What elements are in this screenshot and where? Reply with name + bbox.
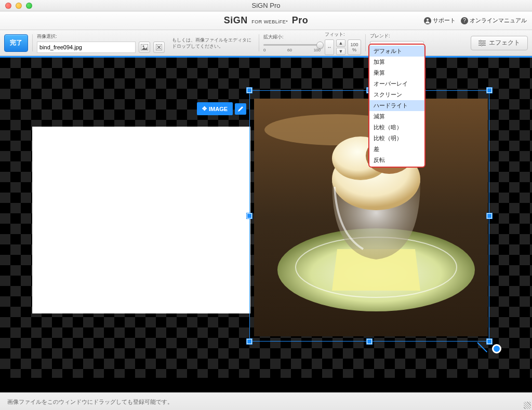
resize-handle-e[interactable]: [487, 213, 492, 218]
pct-num: 100: [350, 42, 358, 47]
footer-message: 画像ファイルをこのウィンドウにドラッグしても登録可能です。: [7, 398, 525, 406]
zoom-mid: 60: [287, 48, 292, 52]
blend-option[interactable]: 比較（暗）: [369, 122, 424, 133]
svg-point-2: [143, 45, 144, 47]
zoom-slider[interactable]: 0 60 100: [263, 42, 321, 52]
fit-up-button[interactable]: ▲: [336, 39, 345, 47]
blend-option[interactable]: 比較（明）: [369, 133, 424, 144]
user-icon: [424, 17, 431, 24]
done-button[interactable]: 完了: [4, 34, 28, 52]
image-select-label: 画像選択:: [37, 33, 165, 40]
svg-point-0: [427, 19, 429, 21]
blend-option[interactable]: 差: [369, 144, 424, 155]
manual-label: オンラインマニュアル: [470, 17, 527, 24]
effect-button[interactable]: エフェクト: [471, 36, 528, 50]
canvas-white-layer[interactable]: [32, 127, 250, 313]
image-edit-button[interactable]: [235, 103, 246, 115]
blend-option[interactable]: 加算: [369, 57, 424, 67]
blend-dropdown-menu: デフォルト加算乗算オーバーレイスクリーンハードライト減算比較（暗）比較（明）差反…: [368, 44, 425, 168]
fit-horizontal-button[interactable]: ↔: [325, 39, 334, 55]
resize-handle-sw[interactable]: [247, 339, 252, 344]
zoom-min: 0: [263, 48, 265, 52]
svg-point-6: [481, 44, 483, 46]
support-link[interactable]: サポート: [424, 17, 456, 24]
zoom-window-icon[interactable]: [26, 3, 32, 9]
blend-option[interactable]: 減算: [369, 111, 424, 122]
blend-option[interactable]: スクリーン: [369, 89, 424, 100]
support-label: サポート: [433, 17, 456, 24]
blend-option[interactable]: ハードライト: [369, 100, 424, 111]
blend-option[interactable]: 反転: [369, 155, 424, 166]
pct-sym: %: [352, 47, 356, 52]
blend-option[interactable]: デフォルト: [369, 46, 424, 57]
zoom-100-button[interactable]: 100 %: [348, 39, 361, 55]
effect-label: エフェクト: [489, 38, 520, 47]
resize-grip-icon[interactable]: [524, 402, 531, 409]
footer: 画像ファイルをこのウィンドウにドラッグしても登録可能です。: [0, 392, 532, 410]
blend-option[interactable]: オーバーレイ: [369, 78, 424, 89]
manual-link[interactable]: ? オンラインマニュアル: [461, 17, 527, 24]
brand-sub: FOR WEBLiFE*: [251, 19, 288, 24]
close-window-icon[interactable]: [5, 3, 11, 9]
zoom-label: 拡大縮小:: [263, 34, 321, 40]
drop-hint-1: もしくは、画像ファイルをエディタに: [172, 37, 251, 43]
clear-image-button[interactable]: [153, 42, 165, 53]
browse-image-button[interactable]: [139, 42, 150, 53]
fit-label: フィット:: [325, 31, 361, 38]
brand-bar: SiGN FOR WEBLiFE* Pro サポート ? オンラインマニュアル: [0, 11, 532, 30]
slider-knob[interactable]: [316, 42, 324, 49]
window-controls: [0, 3, 32, 9]
blend-option[interactable]: 乗算: [369, 67, 424, 78]
sliders-icon: [478, 40, 486, 46]
canvas-area[interactable]: ✥ IMAGE: [0, 56, 532, 392]
window-title: SiGN Pro: [0, 2, 532, 9]
resize-handle-se[interactable]: [487, 339, 492, 344]
svg-point-4: [480, 40, 482, 42]
app-brand: SiGN FOR WEBLiFE* Pro: [224, 15, 309, 26]
titlebar: SiGN Pro: [0, 0, 532, 11]
toolbar: 完了 画像選択: bind_free094.jpg もしくは、画像ファイルをエデ…: [0, 30, 532, 56]
minimize-window-icon[interactable]: [16, 3, 22, 9]
image-tag: ✥ IMAGE: [197, 102, 246, 115]
move-icon: ✥: [202, 105, 207, 112]
fit-down-button[interactable]: ▼: [336, 48, 345, 55]
image-tag-label: IMAGE: [209, 106, 228, 112]
svg-point-5: [483, 42, 485, 44]
help-icon: ?: [461, 17, 468, 24]
brand-edition: Pro: [292, 15, 309, 25]
blend-label: ブレンド:: [370, 33, 424, 39]
drop-hint-2: ドロップしてください。: [172, 43, 251, 49]
resize-handle-ne[interactable]: [487, 88, 492, 93]
image-file-input[interactable]: bind_free094.jpg: [37, 42, 136, 53]
brand-name: SiGN: [224, 15, 248, 25]
resize-handle-w[interactable]: [247, 213, 252, 218]
resize-handle-s[interactable]: [367, 339, 372, 344]
image-move-handle[interactable]: ✥ IMAGE: [197, 102, 233, 115]
rotate-handle[interactable]: [492, 344, 501, 353]
resize-handle-nw[interactable]: [247, 88, 252, 93]
